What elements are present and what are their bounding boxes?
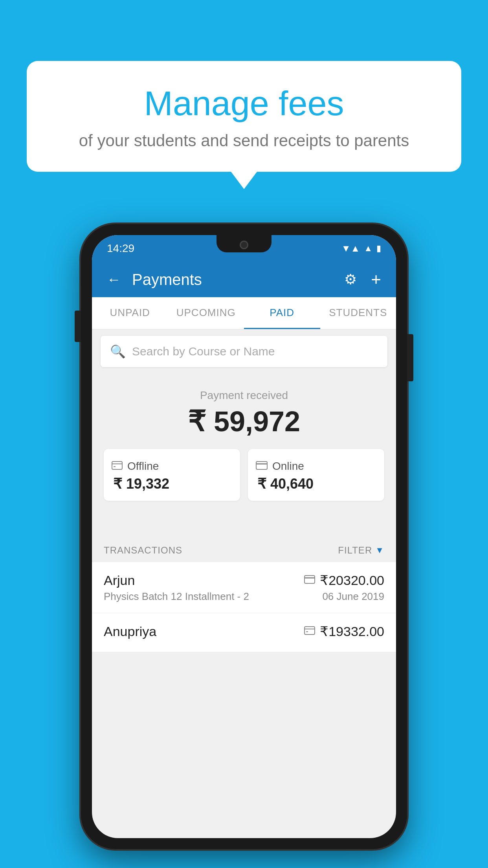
- transactions-label: TRANSACTIONS: [104, 545, 182, 556]
- phone-notch: [216, 235, 272, 252]
- tooltip-card: Manage fees of your students and send re…: [27, 61, 461, 172]
- search-icon: 🔍: [110, 344, 126, 359]
- offline-card: Offline ₹ 19,332: [104, 449, 240, 501]
- app-header: ← Payments ⚙ +: [92, 262, 396, 297]
- cash-payment-icon: [304, 625, 315, 638]
- table-row[interactable]: Anupriya ₹19332.00: [92, 613, 396, 652]
- back-button[interactable]: ←: [104, 268, 124, 291]
- online-card-header: Online: [256, 460, 304, 473]
- online-icon: [256, 460, 268, 473]
- filter-label: FILTER: [338, 545, 372, 556]
- transaction-name: Anupriya: [104, 624, 156, 639]
- filter-icon: ▼: [375, 545, 384, 555]
- add-button[interactable]: +: [368, 267, 384, 292]
- card-payment-icon: [304, 574, 315, 587]
- svg-rect-0: [112, 462, 122, 469]
- battery-icon: ▮: [376, 243, 381, 254]
- tab-unpaid[interactable]: UNPAID: [92, 297, 168, 329]
- transaction-amount: ₹20320.00: [320, 572, 384, 588]
- phone-screen: 14:29 ▼▲ ▲ ▮ ← Payments ⚙ + UNPAID UPCOM…: [92, 235, 396, 838]
- transaction-amount: ₹19332.00: [320, 623, 384, 639]
- transaction-top: Anupriya ₹19332.00: [104, 623, 384, 639]
- transaction-name: Arjun: [104, 573, 135, 588]
- signal-icon: ▲: [364, 243, 372, 254]
- tab-upcoming[interactable]: UPCOMING: [168, 297, 244, 329]
- offline-label: Offline: [127, 460, 159, 473]
- transaction-bottom: Physics Batch 12 Installment - 2 06 June…: [104, 590, 384, 603]
- payment-total-amount: ₹ 59,972: [104, 405, 384, 438]
- tab-students[interactable]: STUDENTS: [320, 297, 396, 329]
- svg-rect-7: [305, 627, 315, 634]
- settings-icon[interactable]: ⚙: [341, 268, 360, 291]
- offline-amount: ₹ 19,332: [112, 476, 169, 492]
- transactions-list: Arjun ₹20320.00 Physics Batch 12 Install…: [92, 562, 396, 652]
- wifi-icon: ▼▲: [341, 243, 360, 254]
- search-placeholder: Search by Course or Name: [132, 345, 275, 358]
- transaction-right: ₹19332.00: [304, 623, 384, 639]
- phone-camera: [240, 241, 248, 249]
- phone-device: 14:29 ▼▲ ▲ ▮ ← Payments ⚙ + UNPAID UPCOM…: [81, 224, 407, 849]
- tab-paid[interactable]: PAID: [244, 297, 320, 329]
- tooltip-title: Manage fees: [46, 85, 442, 123]
- search-bar[interactable]: 🔍 Search by Course or Name: [101, 336, 387, 367]
- online-card: Online ₹ 40,640: [248, 449, 384, 501]
- offline-card-header: Offline: [112, 460, 159, 473]
- transaction-course: Physics Batch 12 Installment - 2: [104, 590, 249, 603]
- filter-button[interactable]: FILTER ▼: [338, 545, 384, 556]
- transaction-right: ₹20320.00: [304, 572, 384, 588]
- payment-summary: Payment received ₹ 59,972 Offline: [92, 375, 396, 513]
- header-title: Payments: [132, 271, 333, 289]
- online-label: Online: [272, 460, 304, 473]
- payment-received-label: Payment received: [104, 389, 384, 402]
- status-time: 14:29: [107, 242, 134, 255]
- transaction-date: 06 June 2019: [322, 590, 384, 603]
- transactions-header: TRANSACTIONS FILTER ▼: [92, 538, 396, 563]
- table-row[interactable]: Arjun ₹20320.00 Physics Batch 12 Install…: [92, 562, 396, 613]
- online-amount: ₹ 40,640: [256, 476, 314, 492]
- tabs-bar: UNPAID UPCOMING PAID STUDENTS: [92, 297, 396, 329]
- offline-icon: [112, 460, 123, 473]
- status-icons: ▼▲ ▲ ▮: [341, 243, 381, 254]
- tooltip-subtitle: of your students and send receipts to pa…: [46, 131, 442, 150]
- transaction-top: Arjun ₹20320.00: [104, 572, 384, 588]
- svg-rect-5: [305, 576, 315, 583]
- payment-cards: Offline ₹ 19,332 Online ₹ 4: [104, 449, 384, 501]
- svg-rect-3: [256, 462, 267, 469]
